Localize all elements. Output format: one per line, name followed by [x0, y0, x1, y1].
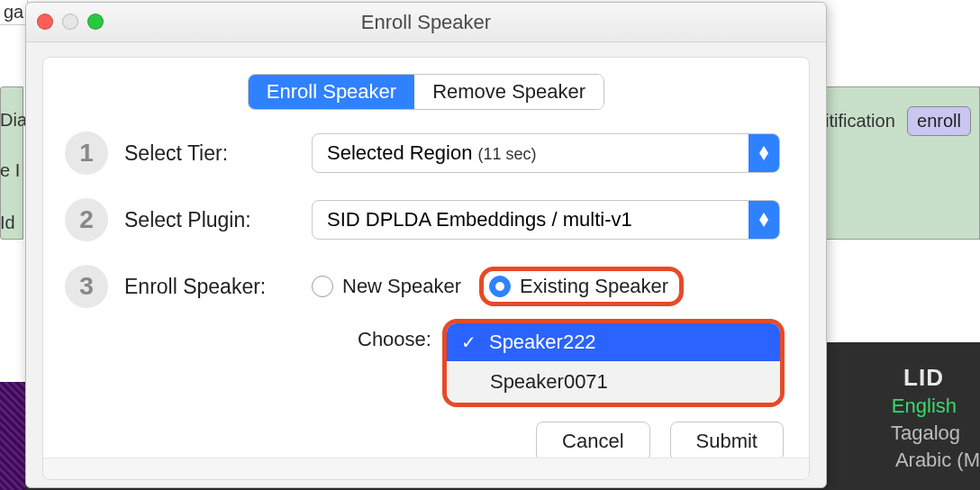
bg-text-ga: ga [0, 0, 28, 25]
minimize-icon [62, 14, 78, 30]
tab-switcher: Enroll Speaker Remove Speaker [248, 74, 604, 110]
waveform-thumbnail [0, 382, 25, 490]
enroll-badge[interactable]: enroll [907, 106, 971, 136]
submit-button[interactable]: Submit [670, 422, 784, 461]
enroll-speaker-dialog: Enroll Speaker Enroll Speaker Remove Spe… [25, 2, 827, 488]
chevrons-icon [749, 201, 779, 239]
tab-remove[interactable]: Remove Speaker [414, 75, 603, 109]
svg-marker-3 [759, 153, 768, 160]
radio-on-icon [489, 276, 511, 297]
choose-label: Choose: [358, 319, 435, 351]
plugin-select[interactable]: SID DPLDA Embeddings / multi-v1 [312, 200, 780, 240]
dialog-body: Enroll Speaker Remove Speaker 1 Select T… [42, 57, 810, 480]
dialog-title: Enroll Speaker [26, 11, 826, 34]
radio-off-icon [312, 276, 333, 297]
tier-select-value: Selected Region (11 sec) [313, 141, 749, 165]
bg-text-itification: itification [825, 111, 895, 132]
chevrons-icon [749, 134, 779, 172]
bg-text-dia: Dia [0, 110, 27, 131]
step-3-badge: 3 [65, 265, 108, 308]
radio-new-speaker[interactable]: New Speaker [312, 275, 461, 298]
pane-footer-strip [43, 458, 809, 479]
lid-lang-english: English [892, 395, 957, 418]
cancel-button[interactable]: Cancel [536, 422, 649, 461]
lid-lang-tagalog: Tagalog [891, 422, 960, 445]
bg-text-e: e I [0, 160, 20, 181]
speaker-option-selected[interactable]: ✓ Speaker222 [447, 323, 780, 361]
close-icon[interactable] [37, 14, 53, 30]
lid-heading: LID [903, 364, 944, 392]
speaker-option-label: Speaker222 [489, 331, 596, 354]
step-2-label: Select Plugin: [124, 208, 295, 232]
zoom-icon[interactable] [87, 14, 104, 30]
lid-lang-arabic: Arabic (M [895, 449, 980, 472]
tier-select[interactable]: Selected Region (11 sec) [312, 133, 780, 173]
step-1-label: Select Tier: [124, 141, 295, 166]
step-1-badge: 1 [65, 132, 108, 175]
svg-marker-2 [759, 146, 768, 153]
svg-marker-5 [759, 220, 768, 227]
radio-existing-speaker[interactable]: Existing Speaker [479, 267, 684, 306]
tab-enroll[interactable]: Enroll Speaker [249, 75, 414, 109]
speaker-dropdown[interactable]: ✓ Speaker222 Speaker0071 [442, 319, 785, 407]
tier-sub: (11 sec) [478, 145, 537, 163]
step-2-badge: 2 [65, 198, 108, 241]
tier-main: Selected Region [327, 141, 472, 164]
svg-marker-4 [759, 213, 768, 220]
radio-existing-label: Existing Speaker [520, 275, 668, 298]
titlebar: Enroll Speaker [26, 3, 826, 42]
radio-new-label: New Speaker [342, 275, 461, 298]
bg-text-id: Id [0, 213, 15, 233]
step-3-label: Enroll Speaker: [124, 275, 295, 299]
check-icon: ✓ [461, 331, 476, 353]
plugin-select-value: SID DPLDA Embeddings / multi-v1 [313, 208, 749, 231]
speaker-option[interactable]: Speaker0071 [447, 361, 780, 403]
